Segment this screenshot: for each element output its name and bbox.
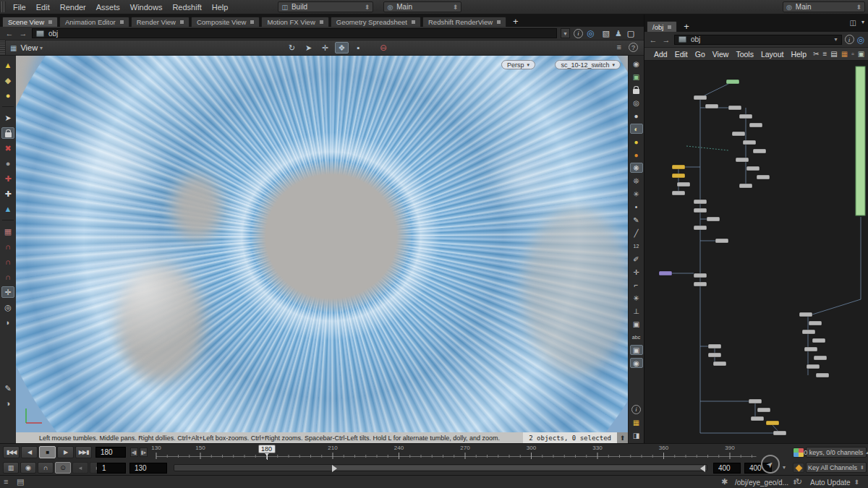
- network-node[interactable]: [694, 95, 707, 100]
- frame-forward-button[interactable]: ▮▸: [140, 448, 148, 457]
- jump-end-button[interactable]: ▶▶▮: [75, 446, 92, 458]
- camera-switch-menu[interactable]: sc_10-12_switch▾: [555, 60, 621, 69]
- menu-assets[interactable]: Assets: [91, 3, 125, 12]
- stop-button[interactable]: ■: [39, 446, 56, 458]
- marker-brush-icon[interactable]: ✐: [630, 254, 643, 264]
- help-circle-icon[interactable]: ?: [629, 43, 638, 52]
- menu-edit[interactable]: Edit: [31, 3, 55, 12]
- menu-windows[interactable]: Windows: [125, 3, 168, 12]
- network-node[interactable]: [802, 330, 815, 334]
- tab-animation-editor[interactable]: Animation Editor: [59, 17, 129, 27]
- chevron-down-icon[interactable]: ▾: [861, 19, 864, 27]
- network-node[interactable]: [694, 282, 707, 286]
- spinner-icon[interactable]: ⬍: [856, 4, 861, 11]
- pin-target-icon[interactable]: ◎: [587, 28, 594, 38]
- network-node[interactable]: [766, 421, 779, 425]
- points-display-icon[interactable]: •: [630, 202, 643, 212]
- refresh-icon[interactable]: ↻: [796, 477, 802, 487]
- play-end-field[interactable]: 400: [713, 463, 741, 474]
- snap-points-icon[interactable]: ✳: [630, 293, 643, 303]
- delete-state-icon[interactable]: ✖: [1, 142, 14, 154]
- abc-label-icon[interactable]: abc: [630, 332, 643, 342]
- viewport-3d[interactable]: Persp▾ sc_10-12_switch▾ Left mouse tumbl…: [16, 56, 628, 443]
- geometry-cube-icon[interactable]: ▧: [602, 29, 609, 38]
- display-options-icon[interactable]: ≡: [617, 43, 621, 52]
- pin-view-icon[interactable]: ◎: [630, 98, 643, 108]
- view-location-icon[interactable]: ◉: [630, 358, 643, 368]
- grab-hand-icon[interactable]: ✛: [630, 267, 643, 277]
- network-node[interactable]: [694, 200, 707, 204]
- spinner-icon[interactable]: ⬍: [453, 4, 459, 11]
- key-all-channels-button[interactable]: Key All Channels⬍: [806, 462, 867, 473]
- pane-layout-icon[interactable]: ◫: [850, 19, 856, 27]
- network-node[interactable]: [809, 321, 822, 325]
- add-tab-button[interactable]: +: [678, 22, 694, 32]
- update-mode-selector[interactable]: Auto Update ⬍: [810, 477, 859, 487]
- play-button[interactable]: ▶: [57, 446, 74, 458]
- select-arrow-icon[interactable]: ➤: [1, 112, 14, 124]
- network-node[interactable]: [746, 166, 760, 171]
- axis-icon[interactable]: ⊥: [630, 306, 643, 316]
- close-icon[interactable]: [180, 20, 184, 24]
- shading-mode-icon[interactable]: ❋: [630, 163, 643, 173]
- magnet-soft-icon[interactable]: ∩: [1, 271, 14, 283]
- keyframe-icon[interactable]: [793, 463, 804, 473]
- lock-icon[interactable]: [1, 127, 14, 139]
- shaded-sphere-icon[interactable]: ◑: [1, 398, 14, 409]
- lights-state-icon[interactable]: ●: [1, 90, 14, 101]
- back-arrow-icon[interactable]: ←: [648, 35, 658, 44]
- network-node[interactable]: [732, 132, 745, 136]
- net-menu-help[interactable]: Help: [787, 50, 810, 59]
- snapshot-icon[interactable]: ▣: [858, 50, 864, 58]
- cut-icon[interactable]: ✂: [813, 50, 819, 58]
- export-playbar-icon[interactable]: ▥: [3, 462, 19, 474]
- audio-panel-icon[interactable]: ◉: [20, 462, 36, 474]
- prism-icon[interactable]: ▲: [1, 203, 14, 215]
- menu-help[interactable]: Help: [207, 3, 234, 12]
- character-pose-icon[interactable]: ♟: [615, 29, 622, 38]
- menu-redshift[interactable]: Redshift: [167, 3, 206, 12]
- camera-view-icon[interactable]: ◉: [630, 59, 643, 69]
- current-op-selector[interactable]: /obj/eye_geo/d... ⬍: [735, 477, 798, 487]
- tab-scene-view[interactable]: Scene View: [2, 17, 58, 27]
- tab-motion-fx-view[interactable]: Motion FX View: [261, 17, 328, 27]
- tab-render-view[interactable]: Render View: [131, 17, 190, 27]
- info-badge-icon[interactable]: i: [845, 35, 854, 44]
- set-key-button[interactable]: ➤: [761, 455, 780, 474]
- back-arrow-icon[interactable]: ←: [4, 29, 14, 38]
- right-pane-selector[interactable]: ◎ Main ⬍: [783, 1, 865, 12]
- handles-state-icon[interactable]: ◆: [1, 74, 14, 86]
- lighting-icon[interactable]: ◐: [630, 124, 643, 134]
- network-node[interactable]: [799, 312, 812, 317]
- menubar-grip[interactable]: [1, 1, 6, 12]
- network-node[interactable]: [804, 347, 817, 351]
- network-node[interactable]: [739, 184, 752, 188]
- pin-target-icon[interactable]: ◎: [857, 35, 864, 45]
- network-node[interactable]: [751, 416, 764, 421]
- net-menu-view[interactable]: View: [709, 50, 733, 59]
- image-plane-icon[interactable]: ▣: [630, 345, 643, 355]
- global-animation-options-icon[interactable]: ⊙: [55, 462, 71, 474]
- headlight-icon[interactable]: ●: [630, 137, 643, 147]
- secure-selection-icon[interactable]: ▪: [352, 42, 365, 53]
- pane-grip[interactable]: [0, 40, 6, 55]
- character-red-icon[interactable]: ✚: [1, 173, 14, 184]
- net-menu-layout[interactable]: Layout: [757, 50, 788, 59]
- playback-range-slider[interactable]: [174, 464, 707, 471]
- network-node[interactable]: [749, 399, 762, 403]
- color-correction-icon[interactable]: ▦: [630, 417, 643, 427]
- forward-arrow-icon[interactable]: →: [18, 29, 28, 38]
- close-icon[interactable]: [497, 20, 501, 24]
- play-reverse-button[interactable]: ◀: [21, 446, 38, 458]
- character-white-icon[interactable]: ✚: [1, 188, 14, 200]
- white-frame-icon[interactable]: ▢: [627, 29, 634, 38]
- network-path-input[interactable]: obj ▾: [674, 35, 842, 45]
- key-options-icon[interactable]: ▾: [783, 464, 786, 471]
- network-canvas[interactable]: [644, 61, 868, 443]
- sphere-state-icon[interactable]: ●: [1, 158, 14, 169]
- view-snapshot-icon[interactable]: ▣: [630, 72, 643, 82]
- network-node[interactable]: [757, 175, 770, 179]
- channel-scope-icon[interactable]: [793, 448, 804, 458]
- net-menu-add[interactable]: Add: [650, 50, 671, 59]
- network-node[interactable]: [739, 114, 752, 119]
